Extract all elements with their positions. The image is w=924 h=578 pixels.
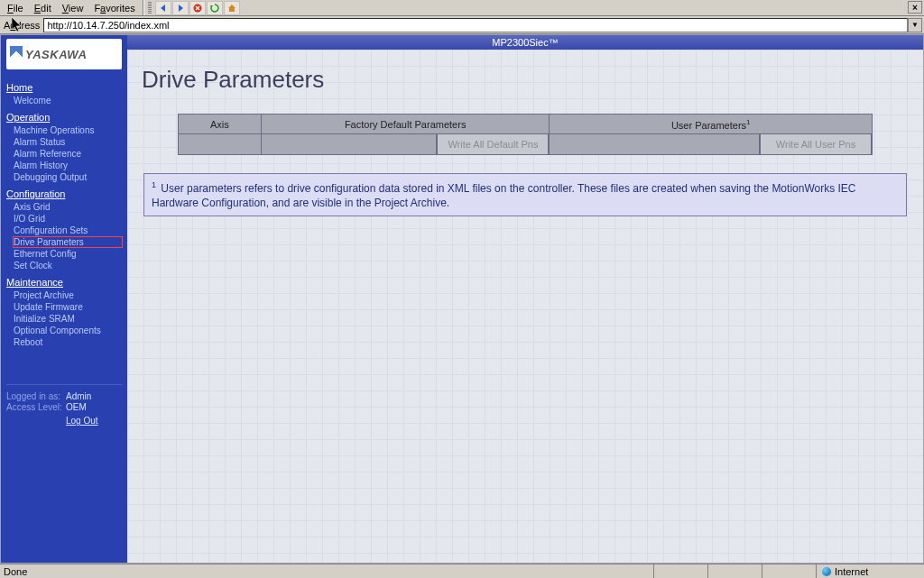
toolbar-grip xyxy=(148,2,152,14)
footnote-box: 1 User parameters refers to drive config… xyxy=(143,173,907,216)
status-zone-text: Internet xyxy=(835,566,868,577)
sidebar-item-io-grid[interactable]: I/O Grid xyxy=(14,214,122,224)
svg-marker-1 xyxy=(179,5,183,12)
main: MP2300Siec™ Drive Parameters Axis Factor… xyxy=(127,35,923,563)
nav-section-operation[interactable]: Operation xyxy=(6,112,122,123)
browser-toolbar xyxy=(143,0,241,15)
forward-button[interactable] xyxy=(172,1,189,15)
brand-text: YASKAWA xyxy=(25,48,87,61)
status-cell-3 xyxy=(762,564,816,578)
nav-section-maintenance[interactable]: Maintenance xyxy=(6,277,122,288)
sidebar: YASKAWA Home Welcome Operation Machine O… xyxy=(1,35,127,563)
nav-section-home[interactable]: Home xyxy=(6,82,122,93)
parameters-table: Axis Factory Default Parameters User Par… xyxy=(178,114,873,155)
sidebar-item-optional-components[interactable]: Optional Components xyxy=(14,326,122,335)
product-titlebar: MP2300Siec™ xyxy=(127,35,923,50)
sidebar-item-drive-parameters[interactable]: Drive Parameters xyxy=(14,237,122,247)
sidebar-item-configuration-sets[interactable]: Configuration Sets xyxy=(14,225,122,235)
sidebar-item-welcome[interactable]: Welcome xyxy=(14,96,122,106)
forward-arrow-icon xyxy=(176,4,185,13)
app-container: YASKAWA Home Welcome Operation Machine O… xyxy=(0,34,924,564)
browser-statusbar: Done Internet xyxy=(0,564,924,578)
col-factory-default: Factory Default Parameters xyxy=(261,115,550,134)
sidebar-item-ethernet-config[interactable]: Ethernet Config xyxy=(14,249,122,259)
logout-link[interactable]: Log Out xyxy=(66,416,122,426)
sidebar-item-alarm-reference[interactable]: Alarm Reference xyxy=(14,149,122,159)
home-button[interactable] xyxy=(224,1,240,15)
user-blank xyxy=(550,134,760,154)
status-cell-2 xyxy=(707,564,762,578)
menu-edit[interactable]: EditEdit xyxy=(29,2,57,14)
nav-section-configuration[interactable]: Configuration xyxy=(6,188,122,199)
browser-addressbar: AddressAddress ▼ xyxy=(0,16,924,34)
footnote-text: User parameters refers to drive configur… xyxy=(152,182,856,209)
svg-marker-0 xyxy=(161,5,165,12)
factory-action-cell: Write All Default Pns xyxy=(261,134,550,155)
sidebar-item-axis-grid[interactable]: Axis Grid xyxy=(14,202,122,212)
window-close-button[interactable]: × xyxy=(908,1,922,14)
address-dropdown-button[interactable]: ▼ xyxy=(908,18,922,32)
page-title: Drive Parameters xyxy=(142,66,909,94)
sidebar-item-set-clock[interactable]: Set Clock xyxy=(14,261,122,271)
access-level-value: OEM xyxy=(66,402,87,412)
brand-mark-icon xyxy=(10,46,23,62)
logged-in-as-value: Admin xyxy=(66,391,91,401)
factory-blank xyxy=(262,134,438,154)
logged-in-as-label: Logged in as: xyxy=(6,391,66,401)
refresh-button[interactable] xyxy=(207,1,223,15)
home-icon xyxy=(227,4,236,13)
refresh-icon xyxy=(210,4,219,13)
status-text: Done xyxy=(0,566,653,577)
status-zone: Internet xyxy=(816,564,924,578)
back-arrow-icon xyxy=(159,4,168,13)
sidebar-item-machine-operations[interactable]: Machine Operations xyxy=(14,125,122,135)
sidebar-item-alarm-history[interactable]: Alarm History xyxy=(14,161,122,170)
svg-marker-4 xyxy=(228,5,236,12)
stop-button[interactable] xyxy=(189,1,206,15)
menu-file[interactable]: FFileile xyxy=(2,2,29,14)
address-label: AddressAddress xyxy=(2,20,43,31)
access-level-label: Access Level: xyxy=(6,402,66,412)
address-input[interactable] xyxy=(43,18,908,32)
status-cell-1 xyxy=(653,564,707,578)
sidebar-item-project-archive[interactable]: Project Archive xyxy=(14,290,122,300)
footnote-marker: 1 xyxy=(152,180,156,189)
menu-view[interactable]: ViewView xyxy=(57,2,89,14)
session-info: Logged in as: Admin Access Level: OEM Lo… xyxy=(6,384,122,426)
sidebar-item-update-firmware[interactable]: Update Firmware xyxy=(14,302,122,312)
content-area: Drive Parameters Axis Factory Default Pa… xyxy=(127,50,923,563)
stop-icon xyxy=(193,4,202,13)
write-all-user-button[interactable]: Write All User Pns xyxy=(760,134,872,154)
menu-items: FFileile EditEdit ViewView FavoritesFavo… xyxy=(0,0,143,15)
globe-icon xyxy=(822,567,831,576)
sidebar-item-debugging-output[interactable]: Debugging Output xyxy=(14,172,122,182)
col-user-parameters: User Parameters1 xyxy=(550,115,873,134)
axis-cell-empty xyxy=(179,134,262,155)
sidebar-item-alarm-status[interactable]: Alarm Status xyxy=(14,137,122,147)
sidebar-item-reboot[interactable]: Reboot xyxy=(14,337,122,347)
user-action-cell: Write All User Pns xyxy=(550,134,873,155)
write-all-default-button[interactable]: Write All Default Pns xyxy=(437,134,549,154)
sidebar-item-initialize-sram[interactable]: Initialize SRAM xyxy=(14,314,122,324)
back-button[interactable] xyxy=(155,1,171,15)
menu-favorites[interactable]: FavoritesFavorites xyxy=(88,2,140,14)
col-axis: Axis xyxy=(179,115,262,134)
brand-logo: YASKAWA xyxy=(6,39,122,69)
browser-menubar: FFileile EditEdit ViewView FavoritesFavo… xyxy=(0,0,924,16)
